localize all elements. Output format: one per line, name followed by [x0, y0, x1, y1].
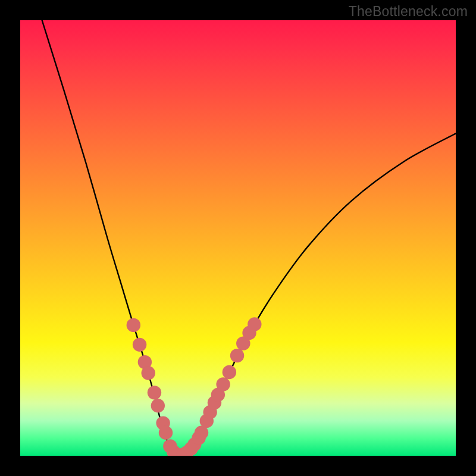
highlight-dot [142, 366, 155, 380]
watermark-text: TheBottleneck.com [349, 4, 468, 20]
bottleneck-curve [42, 20, 456, 456]
highlight-dots [127, 317, 262, 456]
highlight-dot [223, 365, 236, 379]
highlight-dot [216, 377, 230, 391]
chart-stage: TheBottleneck.com [0, 0, 476, 476]
highlight-dot [230, 349, 244, 362]
highlight-dot [127, 318, 140, 332]
plot-area [20, 20, 456, 456]
highlight-dot [248, 317, 261, 331]
highlight-dot [133, 338, 146, 352]
highlight-dot [159, 425, 173, 439]
curve-layer [20, 20, 456, 456]
highlight-dot [148, 386, 161, 399]
highlight-dot [151, 399, 165, 412]
